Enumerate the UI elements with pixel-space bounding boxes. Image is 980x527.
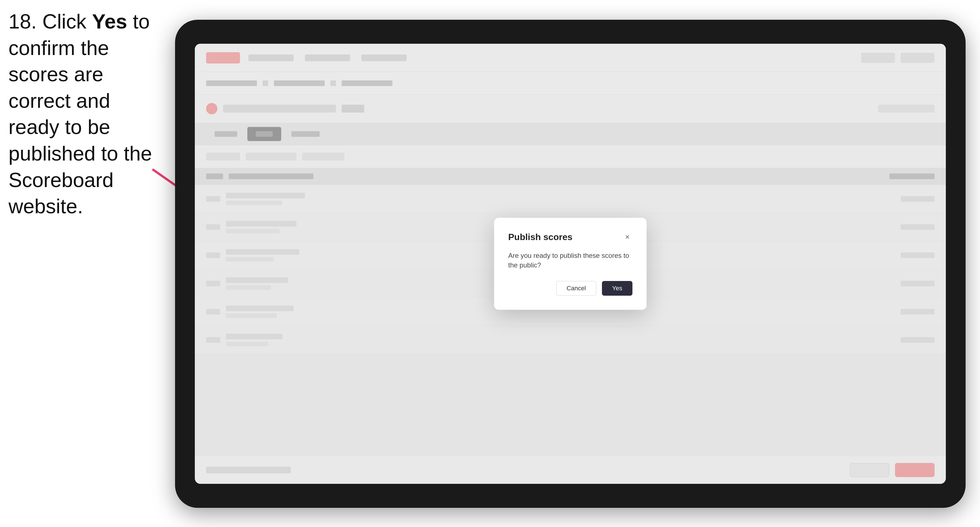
step-number: 18. [8,10,37,33]
cancel-button[interactable]: Cancel [556,281,596,296]
publish-scores-modal: Publish scores × Are you ready to publis… [494,218,647,310]
modal-title: Publish scores [508,232,573,242]
yes-button[interactable]: Yes [602,281,632,296]
modal-body-text: Are you ready to publish these scores to… [508,251,632,270]
modal-overlay: Publish scores × Are you ready to publis… [195,44,946,484]
modal-close-button[interactable]: × [622,232,632,242]
tablet-screen: Publish scores × Are you ready to publis… [195,44,946,484]
instruction-text: 18. Click Yes to confirm the scores are … [8,8,167,220]
text-before-bold: Click [37,10,92,33]
bold-yes: Yes [92,10,127,33]
modal-footer: Cancel Yes [508,281,632,296]
text-after: to confirm the scores are correct and re… [8,10,152,217]
modal-header: Publish scores × [508,232,632,242]
tablet-device: Publish scores × Are you ready to publis… [175,20,966,508]
